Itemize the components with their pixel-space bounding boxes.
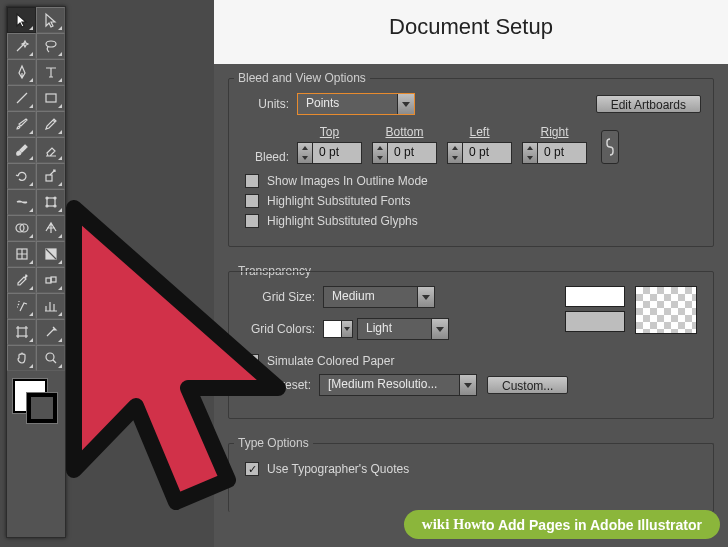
tool-pen[interactable] bbox=[7, 59, 36, 85]
custom-button[interactable]: Custom... bbox=[487, 376, 568, 394]
chk-show-outline[interactable]: Show Images In Outline Mode bbox=[245, 174, 701, 188]
tool-type[interactable] bbox=[36, 59, 65, 85]
group-type-legend: Type Options bbox=[234, 436, 313, 450]
tool-gradient[interactable] bbox=[36, 241, 65, 267]
bleed-head-bottom: Bottom bbox=[385, 125, 423, 139]
transparency-preview-solid bbox=[565, 286, 625, 332]
chevron-down-icon bbox=[397, 94, 414, 114]
tool-pencil[interactable] bbox=[36, 111, 65, 137]
svg-rect-13 bbox=[51, 277, 56, 282]
chevron-down-icon bbox=[417, 287, 434, 307]
svg-point-0 bbox=[46, 41, 56, 47]
bleed-bottom-input[interactable]: 0 pt bbox=[372, 142, 437, 164]
wikihow-logo-text: wiki bbox=[422, 516, 450, 533]
tool-magic-wand[interactable] bbox=[7, 33, 36, 59]
wikihow-credit: wikiwikiHowHow to Add Pages in Adobe Ill… bbox=[404, 510, 720, 539]
svg-rect-2 bbox=[46, 175, 52, 181]
bleed-head-top: Top bbox=[320, 125, 339, 139]
preset-dropdown[interactable]: [Medium Resolutio... bbox=[319, 374, 477, 396]
transparency-preview-checker bbox=[635, 286, 697, 334]
bleed-head-left: Left bbox=[469, 125, 489, 139]
tool-perspective-grid[interactable] bbox=[36, 215, 65, 241]
bleed-label: Bleed: bbox=[241, 150, 289, 164]
svg-rect-14 bbox=[18, 328, 26, 336]
chk-typographers-quotes[interactable]: Use Typographer's Quotes bbox=[245, 462, 701, 476]
tool-rectangle[interactable] bbox=[36, 85, 65, 111]
bleed-left-input[interactable]: 0 pt bbox=[447, 142, 512, 164]
tool-scale[interactable] bbox=[36, 163, 65, 189]
svg-rect-12 bbox=[46, 278, 51, 283]
tool-lasso[interactable] bbox=[36, 33, 65, 59]
tool-free-transform[interactable] bbox=[36, 189, 65, 215]
grid-size-dropdown[interactable]: Medium bbox=[323, 286, 435, 308]
tool-slice[interactable] bbox=[36, 319, 65, 345]
bleed-head-right: Right bbox=[540, 125, 568, 139]
tools-palette bbox=[6, 6, 66, 538]
units-label: Units: bbox=[241, 97, 289, 111]
tool-blob-brush[interactable] bbox=[7, 137, 36, 163]
grid-color-chip[interactable] bbox=[323, 320, 353, 338]
chevron-down-icon bbox=[459, 375, 476, 395]
tool-column-graph[interactable] bbox=[36, 293, 65, 319]
tool-paintbrush[interactable] bbox=[7, 111, 36, 137]
tool-eraser[interactable] bbox=[36, 137, 65, 163]
chevron-down-icon bbox=[431, 319, 448, 339]
svg-rect-3 bbox=[47, 198, 55, 206]
tool-blend[interactable] bbox=[36, 267, 65, 293]
link-bleed-icon[interactable] bbox=[601, 130, 619, 164]
bleed-right-input[interactable]: 0 pt bbox=[522, 142, 587, 164]
tool-direct-selection[interactable] bbox=[36, 7, 65, 33]
svg-rect-1 bbox=[46, 94, 56, 102]
tool-rotate[interactable] bbox=[7, 163, 36, 189]
tool-line[interactable] bbox=[7, 85, 36, 111]
group-bleed-legend: Bleed and View Options bbox=[234, 71, 370, 85]
tool-eyedropper[interactable] bbox=[7, 267, 36, 293]
panel-title: Document Setup bbox=[214, 0, 728, 54]
tool-zoom[interactable] bbox=[36, 345, 65, 371]
grid-colors-dropdown[interactable]: Light bbox=[357, 318, 449, 340]
tool-mesh[interactable] bbox=[7, 241, 36, 267]
tool-hand[interactable] bbox=[7, 345, 36, 371]
chk-simulate-paper[interactable]: Simulate Colored Paper bbox=[245, 354, 701, 368]
stroke-swatch[interactable] bbox=[27, 393, 57, 423]
grid-colors-label: Grid Colors: bbox=[241, 322, 315, 336]
bleed-top-input[interactable]: 0 pt bbox=[297, 142, 362, 164]
preset-label: Preset: bbox=[267, 378, 311, 392]
svg-point-15 bbox=[46, 353, 54, 361]
units-dropdown[interactable]: Points bbox=[297, 93, 415, 115]
tool-symbol-sprayer[interactable] bbox=[7, 293, 36, 319]
chk-highlight-glyphs[interactable]: Highlight Substituted Glyphs bbox=[245, 214, 701, 228]
tool-selection[interactable] bbox=[7, 7, 36, 33]
tool-shape-builder[interactable] bbox=[7, 215, 36, 241]
chk-highlight-fonts[interactable]: Highlight Substituted Fonts bbox=[245, 194, 701, 208]
tool-artboard[interactable] bbox=[7, 319, 36, 345]
color-swatches[interactable] bbox=[7, 377, 65, 433]
document-setup-panel: Document Setup Bleed and View Options Un… bbox=[214, 0, 728, 547]
edit-artboards-button[interactable]: Edit Artboards bbox=[596, 95, 701, 113]
grid-size-label: Grid Size: bbox=[241, 290, 315, 304]
tool-width[interactable] bbox=[7, 189, 36, 215]
